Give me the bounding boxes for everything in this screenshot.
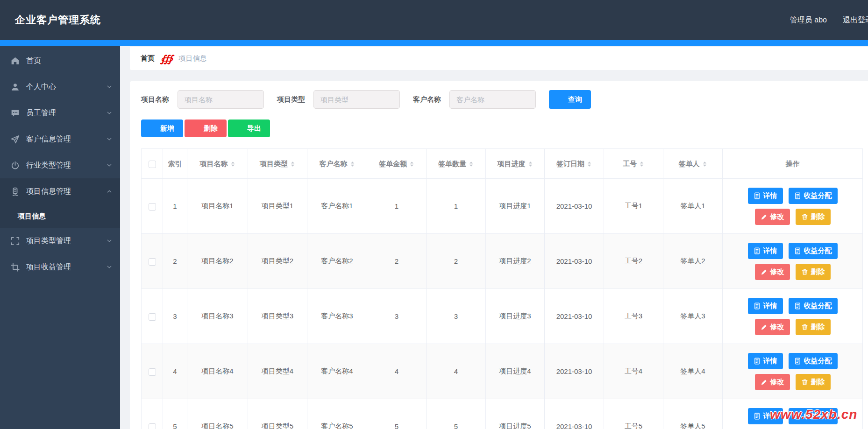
cell-worker: 工号4 xyxy=(604,344,663,399)
form-field-2: 客户名称 xyxy=(413,90,536,109)
cell-worker: 工号5 xyxy=(604,399,663,429)
cell-date: 2021-03-10 xyxy=(545,289,604,344)
breadcrumb-home-link[interactable]: 首页 xyxy=(141,54,155,63)
sidebar-item-0[interactable]: 首页 xyxy=(0,48,120,74)
app-window: 企业客户管理系统 管理员 abo 退出登录 首页 个人中心 员工管理 客户信息管… xyxy=(0,0,868,429)
income-allocate-button[interactable]: 收益分配 xyxy=(789,298,838,314)
row-checkbox[interactable] xyxy=(149,313,156,321)
edit-button[interactable]: 修改 xyxy=(755,374,790,390)
column-header-date[interactable]: 签订日期 xyxy=(545,149,604,179)
cell-quantity: 4 xyxy=(427,344,486,399)
doc-icon xyxy=(754,247,761,254)
sidebar-item-3[interactable]: 客户信息管理 xyxy=(0,126,120,152)
row-delete-button[interactable]: 删除 xyxy=(796,319,831,335)
cell-date: 2021-03-10 xyxy=(545,234,604,289)
accent-strip xyxy=(0,40,868,46)
sidebar-item-label: 行业类型管理 xyxy=(26,161,71,170)
edit-button[interactable]: 修改 xyxy=(755,209,790,225)
sidebar-subitem-5-0[interactable]: 项目信息 xyxy=(0,204,120,228)
trash-icon xyxy=(801,379,808,386)
row-delete-button[interactable]: 删除 xyxy=(796,209,831,225)
plus-icon xyxy=(150,125,157,132)
caret-sort-icon[interactable] xyxy=(290,160,295,167)
edit-button[interactable]: 修改 xyxy=(755,319,790,335)
sidebar-item-7[interactable]: 项目收益管理 xyxy=(0,254,120,280)
detail-button[interactable]: 详情 xyxy=(748,353,783,369)
projects-table: 索引 项目名称 项目类型 客户名称 签单金额 签单数量 项目进度 签订日期 工号… xyxy=(141,148,863,429)
row-checkbox[interactable] xyxy=(149,368,156,376)
row-checkbox[interactable] xyxy=(149,258,156,266)
cell-actions: 详情 收益分配 修改 删除 xyxy=(723,399,863,429)
caret-sort-icon[interactable] xyxy=(587,160,592,167)
chevron-down-icon xyxy=(106,264,113,270)
sidebar-item-1[interactable]: 个人中心 xyxy=(0,74,120,100)
sidebar-item-4[interactable]: 行业类型管理 xyxy=(0,152,120,178)
income-allocate-button[interactable]: 收益分配 xyxy=(789,408,838,424)
caret-sort-icon[interactable] xyxy=(409,160,414,167)
column-header-quantity[interactable]: 签单数量 xyxy=(427,149,486,179)
search-button[interactable]: 查询 xyxy=(549,90,591,109)
cell-amount: 3 xyxy=(367,289,427,344)
caret-sort-icon[interactable] xyxy=(469,160,474,167)
column-header-name[interactable]: 项目名称 xyxy=(187,149,248,179)
trash-icon xyxy=(801,324,808,331)
row-checkbox[interactable] xyxy=(149,203,156,211)
column-header-progress[interactable]: 项目进度 xyxy=(486,149,545,179)
cell-quantity: 2 xyxy=(427,234,486,289)
download-icon xyxy=(237,125,244,132)
delete-button[interactable]: 删除 xyxy=(185,120,227,137)
sidebar-item-2[interactable]: 员工管理 xyxy=(0,100,120,126)
column-header-index: 索引 xyxy=(163,149,187,179)
column-header-customer[interactable]: 客户名称 xyxy=(307,149,367,179)
row-checkbox[interactable] xyxy=(149,423,156,429)
cell-index: 2 xyxy=(163,234,187,289)
cell-progress: 项目进度1 xyxy=(486,179,545,234)
column-header-signer[interactable]: 签单人 xyxy=(663,149,723,179)
sidebar-item-5[interactable]: 项目信息管理 xyxy=(0,178,120,204)
caret-sort-icon[interactable] xyxy=(528,160,533,167)
edit-button[interactable]: 修改 xyxy=(755,264,790,280)
current-user[interactable]: 管理员 abo xyxy=(790,15,827,25)
select-all-header xyxy=(142,149,163,179)
caret-sort-icon[interactable] xyxy=(230,160,235,167)
field-input-0[interactable] xyxy=(178,90,264,109)
mic-icon xyxy=(11,187,20,196)
doc-icon xyxy=(794,358,801,365)
sidebar-item-6[interactable]: 项目类型管理 xyxy=(0,228,120,254)
income-allocate-button[interactable]: 收益分配 xyxy=(789,353,838,369)
logout-link[interactable]: 退出登录 xyxy=(843,15,868,25)
cell-date: 2021-03-10 xyxy=(545,179,604,234)
sidebar-item-label: 客户信息管理 xyxy=(26,134,71,144)
detail-button[interactable]: 详情 xyxy=(748,408,783,424)
cell-progress: 项目进度5 xyxy=(486,399,545,429)
column-header-type[interactable]: 项目类型 xyxy=(248,149,307,179)
detail-button[interactable]: 详情 xyxy=(748,298,783,314)
cell-checkbox xyxy=(142,289,163,344)
pencil-icon xyxy=(761,213,768,220)
sidebar-item-label: 项目收益管理 xyxy=(26,262,71,272)
table-row: 1项目名称1项目类型1客户名称111项目进度12021-03-10工号1签单人1… xyxy=(142,179,863,234)
add-button[interactable]: 新增 xyxy=(141,120,183,137)
select-all-checkbox[interactable] xyxy=(149,161,156,168)
cell-actions: 详情 收益分配 修改 删除 xyxy=(723,344,863,399)
caret-sort-icon[interactable] xyxy=(702,160,707,167)
content-card: 项目名称 项目类型 客户名称 查询 新增 xyxy=(130,81,868,429)
income-allocate-button[interactable]: 收益分配 xyxy=(789,188,838,204)
detail-button[interactable]: 详情 xyxy=(748,188,783,204)
income-allocate-button[interactable]: 收益分配 xyxy=(789,243,838,259)
row-delete-button[interactable]: 删除 xyxy=(796,264,831,280)
user-icon xyxy=(11,83,20,91)
column-header-worker[interactable]: 工号 xyxy=(604,149,663,179)
column-header-amount[interactable]: 签单金额 xyxy=(367,149,427,179)
detail-button[interactable]: 详情 xyxy=(748,243,783,259)
field-input-1[interactable] xyxy=(313,90,400,109)
export-button[interactable]: 导出 xyxy=(228,120,270,137)
doc-icon xyxy=(794,413,801,420)
caret-sort-icon[interactable] xyxy=(350,160,355,167)
caret-sort-icon[interactable] xyxy=(639,160,644,167)
cell-amount: 5 xyxy=(367,399,427,429)
cell-signer: 签单人1 xyxy=(663,179,723,234)
trash-icon xyxy=(801,268,808,275)
field-input-2[interactable] xyxy=(449,90,536,109)
row-delete-button[interactable]: 删除 xyxy=(796,374,831,390)
